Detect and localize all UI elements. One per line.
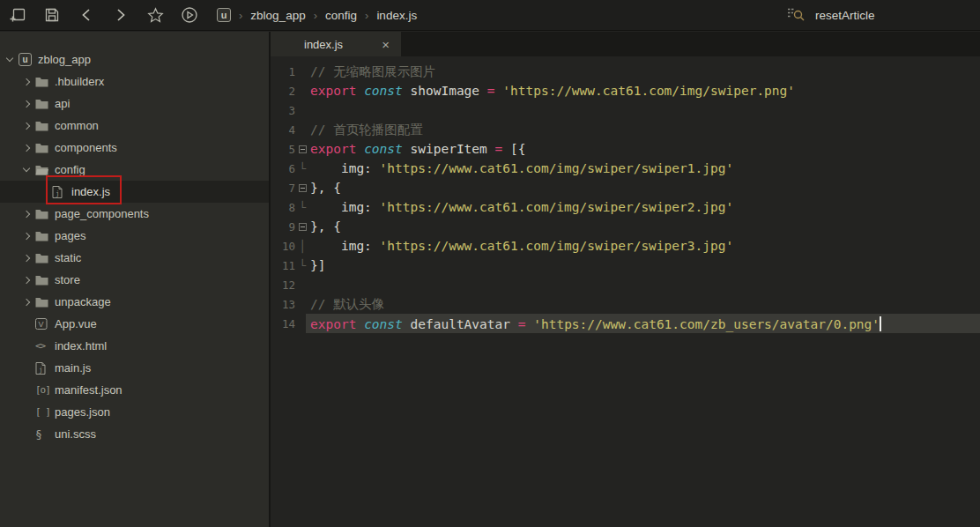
indent-guide: │ [295,240,310,253]
folder-icon [35,231,52,241]
new-project-icon [10,7,26,24]
tree-item-main-js[interactable]: jmain.js [0,357,269,379]
search-value: resetArticle [815,9,875,22]
tree-item-label: uni.scss [55,427,96,441]
uniapp-icon: u [19,53,35,66]
code-line-5[interactable]: 5export const swiperItem = [{ [271,139,980,159]
tree-item-api[interactable]: api [0,93,269,115]
folder-icon [35,77,52,87]
chevron-down-icon[interactable] [23,165,30,172]
back-button[interactable] [77,4,96,26]
tree-item-uni-scss[interactable]: §uni.scss [0,423,269,445]
chevron-right-icon[interactable] [23,276,30,283]
code-text: export const defaultAvatar = 'https://ww… [310,316,980,331]
folder-icon [35,297,52,308]
tree-item-label: config [55,163,85,176]
svg-text:V: V [38,320,43,329]
chevron-down-icon[interactable] [6,55,13,62]
chevron-right-icon[interactable] [23,232,30,239]
chevron-right-icon[interactable] [23,100,30,107]
tab-label: index.js [304,38,343,51]
tree-item-page-components[interactable]: page_components [0,203,269,225]
run-icon [181,6,198,24]
close-icon[interactable]: × [382,37,390,52]
folder-open-icon [35,165,52,175]
code-token: 'https://www.cat61.com/zb_users/avatar/0… [533,317,880,331]
code-line-10[interactable]: 10│ img: 'https://www.cat61.com/img/swip… [271,236,980,256]
code-token: = [487,84,495,98]
tree-item-app-vue[interactable]: VApp.vue [0,313,269,335]
fold-marker[interactable] [299,223,307,231]
chevron-right-icon[interactable] [23,254,30,261]
tree-item-zblog-app[interactable]: uzblog_app [0,48,269,71]
code-text: img: 'https://www.cat61.com/img/swiper/s… [310,200,980,214]
uniapp-project-icon: u [217,8,231,22]
tree-item-static[interactable]: static [0,247,269,269]
tree-item-label: api [55,97,70,110]
tree-item-common[interactable]: common [0,115,269,137]
tree-item-index-js[interactable]: jindex.js [0,181,269,203]
chevron-right-icon[interactable] [23,298,30,305]
fold-marker[interactable] [299,184,307,192]
code-token [502,142,510,156]
code-line-8[interactable]: 8└ img: 'https://www.cat61.com/img/swipe… [271,197,980,217]
html-file-icon: <> [35,340,52,352]
tab-bar: index.js × [271,32,980,56]
favorite-button[interactable] [145,4,165,26]
breadcrumb-file[interactable]: index.js [376,9,417,22]
chevron-right-icon[interactable] [23,122,30,129]
breadcrumb-folder[interactable]: config [325,9,357,22]
search-box[interactable]: resetArticle [787,0,875,31]
code-line-6[interactable]: 6└ img: 'https://www.cat61.com/img/swipe… [271,159,980,178]
folder-icon [35,143,52,153]
code-token [356,84,364,98]
breadcrumb-separator-icon: › [239,9,242,22]
code-token: 'https://www.cat61.com/img/swiper/swiper… [380,200,734,214]
code-token [403,317,411,331]
line-number: 12 [271,278,295,292]
tree-item-label: page_components [55,207,149,220]
folder-icon [35,253,52,264]
code-text: img: 'https://www.cat61.com/img/swiper/s… [310,239,980,253]
tree-item-store[interactable]: store [0,269,269,291]
tree-item-components[interactable]: components [0,137,269,159]
chevron-right-icon[interactable] [23,144,30,151]
code-line-11[interactable]: 11└}] [271,256,980,275]
breadcrumb-project[interactable]: zblog_app [250,9,305,22]
code-line-2[interactable]: 2export const showImage = 'https://www.c… [271,81,980,100]
code-line-4[interactable]: 4// 首页轮播图配置 [271,120,980,139]
code-text: }, { [310,181,980,195]
line-number: 4 [271,123,295,137]
tree-item-config[interactable]: config [0,159,269,181]
tree-item--hbuilderx[interactable]: .hbuilderx [0,71,269,93]
chevron-right-icon[interactable] [23,210,30,217]
code-line-9[interactable]: 9}, { [271,217,980,236]
fold-marker[interactable] [299,145,307,153]
tree-item-pages[interactable]: pages [0,225,269,247]
code-line-13[interactable]: 13// 默认头像 [271,294,980,314]
code-text: // 无缩略图展示图片 [310,63,980,80]
code-text: }, { [310,219,980,234]
tree-item-unpackage[interactable]: unpackage [0,291,269,313]
code-line-12[interactable]: 12 [271,275,980,294]
tab-index-js[interactable]: index.js × [271,32,401,56]
line-number: 1 [271,65,295,78]
code-line-3[interactable]: 3 [271,100,980,120]
code-line-14[interactable]: 14export const defaultAvatar = 'https://… [271,314,980,333]
tree-item-pages-json[interactable]: [ ]pages.json [0,401,269,423]
save-button[interactable] [42,4,62,26]
chevron-right-icon[interactable] [23,78,30,85]
new-project-button[interactable] [8,4,27,26]
breadcrumb-separator-icon: › [314,9,317,22]
code-text: export const showImage = 'https://www.ca… [310,84,980,98]
forward-button[interactable] [111,4,130,26]
code-line-1[interactable]: 1// 无缩略图展示图片 [271,62,980,81]
svg-text:j: j [39,366,43,374]
code-token: const [364,317,403,331]
tree-item-index-html[interactable]: <>index.html [0,335,269,357]
code-editor[interactable]: 1// 无缩略图展示图片2export const showImage = 'h… [271,56,980,527]
tree-item-manifest-json[interactable]: [o]manifest.json [0,379,269,401]
run-button[interactable] [180,4,199,26]
code-token: export [310,142,356,156]
code-line-7[interactable]: 7}, { [271,178,980,197]
